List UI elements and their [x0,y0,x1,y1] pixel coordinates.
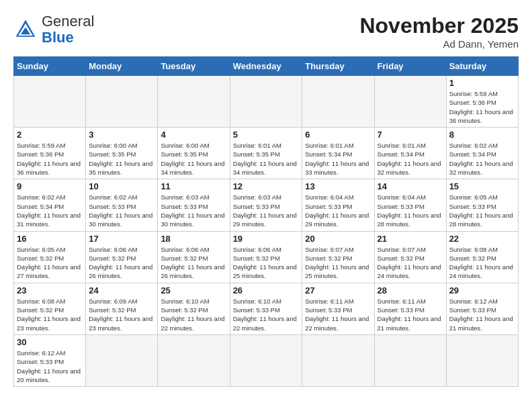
logo-blue: Blue [42,29,74,46]
calendar-cell: 7Sunrise: 6:01 AMSunset: 5:34 PMDaylight… [374,128,446,179]
day-number: 9 [17,181,83,191]
calendar-cell: 26Sunrise: 6:10 AMSunset: 5:33 PMDayligh… [230,283,302,334]
day-info: Sunrise: 6:00 AMSunset: 5:35 PMDaylight:… [161,141,226,177]
calendar-cell: 4Sunrise: 6:00 AMSunset: 5:35 PMDaylight… [158,128,230,179]
day-info: Sunrise: 6:09 AMSunset: 5:32 PMDaylight:… [89,297,154,332]
calendar-cell: 13Sunrise: 6:04 AMSunset: 5:33 PMDayligh… [302,179,374,231]
day-info: Sunrise: 6:11 AMSunset: 5:33 PMDaylight:… [305,297,371,332]
day-number: 21 [378,234,443,244]
day-number: 18 [161,234,226,244]
calendar-cell: 1Sunrise: 5:59 AMSunset: 5:36 PMDaylight… [446,76,518,128]
calendar-cell: 21Sunrise: 6:07 AMSunset: 5:32 PMDayligh… [374,231,446,283]
calendar-cell: 17Sunrise: 6:06 AMSunset: 5:32 PMDayligh… [86,231,158,283]
weekday-header-row: Sunday Monday Tuesday Wednesday Thursday… [14,57,519,76]
day-info: Sunrise: 6:02 AMSunset: 5:33 PMDaylight:… [89,193,154,228]
calendar-cell: 12Sunrise: 6:03 AMSunset: 5:33 PMDayligh… [230,179,302,231]
calendar-cell: 22Sunrise: 6:08 AMSunset: 5:32 PMDayligh… [446,231,518,283]
calendar-cell: 14Sunrise: 6:04 AMSunset: 5:33 PMDayligh… [374,179,446,231]
header-monday: Monday [86,57,158,76]
calendar-row: 23Sunrise: 6:08 AMSunset: 5:32 PMDayligh… [14,283,519,334]
day-number: 30 [17,337,83,347]
calendar-cell: 27Sunrise: 6:11 AMSunset: 5:33 PMDayligh… [302,283,374,334]
calendar-cell: 18Sunrise: 6:06 AMSunset: 5:32 PMDayligh… [158,231,230,283]
calendar-cell: 29Sunrise: 6:12 AMSunset: 5:33 PMDayligh… [446,283,518,334]
day-number: 20 [305,234,371,244]
day-info: Sunrise: 6:05 AMSunset: 5:33 PMDaylight:… [449,193,515,228]
day-info: Sunrise: 6:07 AMSunset: 5:32 PMDaylight:… [378,245,443,281]
header-sunday: Sunday [14,57,86,76]
day-info: Sunrise: 6:04 AMSunset: 5:33 PMDaylight:… [378,193,443,228]
day-number: 22 [449,234,515,244]
day-info: Sunrise: 6:01 AMSunset: 5:34 PMDaylight:… [378,141,443,177]
calendar-cell-empty [374,334,446,386]
calendar-cell-empty [86,334,158,386]
calendar-cell [158,76,230,128]
day-info: Sunrise: 6:04 AMSunset: 5:33 PMDaylight:… [305,193,371,228]
calendar-cell-empty [302,334,374,386]
calendar-table: Sunday Monday Tuesday Wednesday Thursday… [13,56,519,387]
title-block: November 2025 Ad Dann, Yemen [359,13,519,50]
day-number: 14 [378,181,443,191]
day-info: Sunrise: 6:12 AMSunset: 5:33 PMDaylight:… [17,349,83,384]
calendar-cell: 2Sunrise: 5:59 AMSunset: 5:36 PMDaylight… [14,128,86,179]
calendar-cell: 19Sunrise: 6:06 AMSunset: 5:32 PMDayligh… [230,231,302,283]
day-info: Sunrise: 6:06 AMSunset: 5:32 PMDaylight:… [89,245,154,281]
day-info: Sunrise: 6:06 AMSunset: 5:32 PMDaylight:… [161,245,226,281]
location-title: Ad Dann, Yemen [359,38,519,50]
day-info: Sunrise: 6:08 AMSunset: 5:32 PMDaylight:… [449,245,515,281]
day-number: 7 [378,130,443,140]
calendar-cell-empty [158,334,230,386]
calendar-cell [86,76,158,128]
calendar-cell: 24Sunrise: 6:09 AMSunset: 5:32 PMDayligh… [86,283,158,334]
day-info: Sunrise: 6:01 AMSunset: 5:34 PMDaylight:… [305,141,371,177]
calendar-row: 1Sunrise: 5:59 AMSunset: 5:36 PMDaylight… [14,76,519,128]
day-info: Sunrise: 6:12 AMSunset: 5:33 PMDaylight:… [449,297,515,332]
header-saturday: Saturday [446,57,518,76]
day-number: 23 [17,285,83,295]
calendar-row: 2Sunrise: 5:59 AMSunset: 5:36 PMDaylight… [14,128,519,179]
day-info: Sunrise: 6:08 AMSunset: 5:32 PMDaylight:… [17,297,83,332]
header-friday: Friday [374,57,446,76]
month-title: November 2025 [359,13,519,38]
day-info: Sunrise: 5:59 AMSunset: 5:36 PMDaylight:… [449,89,515,125]
day-info: Sunrise: 6:00 AMSunset: 5:35 PMDaylight:… [89,141,154,177]
day-info: Sunrise: 5:59 AMSunset: 5:36 PMDaylight:… [17,141,83,177]
day-info: Sunrise: 6:10 AMSunset: 5:33 PMDaylight:… [233,297,300,332]
day-number: 19 [233,234,300,244]
calendar-cell: 3Sunrise: 6:00 AMSunset: 5:35 PMDaylight… [86,128,158,179]
calendar-cell: 5Sunrise: 6:01 AMSunset: 5:35 PMDaylight… [230,128,302,179]
day-number: 29 [449,285,515,295]
day-number: 4 [161,130,226,140]
calendar-row: 30Sunrise: 6:12 AMSunset: 5:33 PMDayligh… [14,334,519,386]
day-number: 12 [233,181,300,191]
day-number: 5 [233,130,300,140]
day-number: 25 [161,285,226,295]
day-number: 13 [305,181,371,191]
day-info: Sunrise: 6:03 AMSunset: 5:33 PMDaylight:… [233,193,300,228]
calendar-cell: 9Sunrise: 6:02 AMSunset: 5:34 PMDaylight… [14,179,86,231]
calendar-cell: 23Sunrise: 6:08 AMSunset: 5:32 PMDayligh… [14,283,86,334]
calendar-cell [302,76,374,128]
day-info: Sunrise: 6:03 AMSunset: 5:33 PMDaylight:… [161,193,226,228]
day-info: Sunrise: 6:02 AMSunset: 5:34 PMDaylight:… [17,193,83,228]
calendar-cell: 20Sunrise: 6:07 AMSunset: 5:32 PMDayligh… [302,231,374,283]
day-number: 15 [449,181,515,191]
header-wednesday: Wednesday [230,57,302,76]
day-info: Sunrise: 6:11 AMSunset: 5:33 PMDaylight:… [378,297,443,332]
header-thursday: Thursday [302,57,374,76]
day-number: 17 [89,234,154,244]
calendar-cell: 16Sunrise: 6:05 AMSunset: 5:32 PMDayligh… [14,231,86,283]
calendar-cell: 28Sunrise: 6:11 AMSunset: 5:33 PMDayligh… [374,283,446,334]
calendar-cell: 6Sunrise: 6:01 AMSunset: 5:34 PMDaylight… [302,128,374,179]
logo-text: General Blue [42,13,94,46]
page-header: General Blue November 2025 Ad Dann, Yeme… [13,13,519,50]
logo-icon [13,17,38,42]
logo: General Blue [13,13,94,46]
calendar-cell [374,76,446,128]
day-number: 3 [89,130,154,140]
calendar-cell: 15Sunrise: 6:05 AMSunset: 5:33 PMDayligh… [446,179,518,231]
day-number: 10 [89,181,154,191]
calendar-row: 9Sunrise: 6:02 AMSunset: 5:34 PMDaylight… [14,179,519,231]
day-info: Sunrise: 6:05 AMSunset: 5:32 PMDaylight:… [17,245,83,281]
logo-general: General [42,13,94,30]
